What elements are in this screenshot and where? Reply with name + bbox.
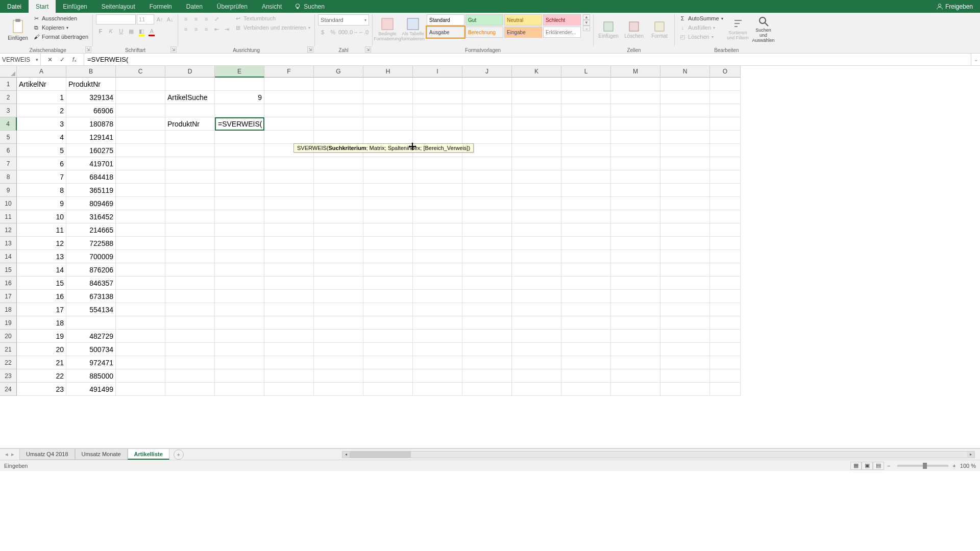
cell[interactable] xyxy=(561,303,611,316)
row-header[interactable]: 1 xyxy=(0,78,17,91)
cell[interactable] xyxy=(611,157,660,170)
cell[interactable] xyxy=(462,104,512,117)
cell[interactable] xyxy=(710,316,741,330)
cell[interactable] xyxy=(512,104,561,117)
cell[interactable] xyxy=(314,223,363,237)
cell[interactable] xyxy=(116,383,165,396)
cell[interactable] xyxy=(264,91,314,104)
cell[interactable] xyxy=(314,316,363,330)
cell[interactable] xyxy=(660,131,710,144)
cell[interactable] xyxy=(413,117,462,131)
cell[interactable] xyxy=(413,356,462,369)
cell[interactable] xyxy=(363,263,413,277)
cell[interactable]: 9 xyxy=(17,197,66,210)
cell[interactable] xyxy=(264,330,314,343)
cell[interactable] xyxy=(264,170,314,184)
cell[interactable] xyxy=(561,131,611,144)
cell-style-option[interactable]: Schlecht xyxy=(543,14,581,26)
cell[interactable] xyxy=(264,277,314,290)
cell[interactable] xyxy=(264,250,314,263)
cell[interactable] xyxy=(611,78,660,91)
cell[interactable] xyxy=(561,330,611,343)
font-size-input[interactable] xyxy=(137,14,154,24)
column-header[interactable]: H xyxy=(363,66,413,78)
cell[interactable] xyxy=(611,356,660,369)
column-header[interactable]: C xyxy=(116,66,165,78)
cell-style-option[interactable]: Eingabe xyxy=(504,27,542,38)
cell[interactable] xyxy=(512,316,561,330)
cell[interactable]: 12 xyxy=(17,237,66,250)
cell[interactable] xyxy=(660,91,710,104)
cell[interactable] xyxy=(116,104,165,117)
cell[interactable] xyxy=(413,78,462,91)
cell[interactable] xyxy=(116,290,165,303)
cell[interactable]: 9 xyxy=(215,91,264,104)
column-header[interactable]: E xyxy=(215,66,264,78)
worksheet[interactable]: ABCDEFGHIJKLMNO1ArtikelNrProduktNr213291… xyxy=(0,66,980,448)
row-header[interactable]: 5 xyxy=(0,131,17,144)
cell[interactable] xyxy=(215,250,264,263)
cell[interactable] xyxy=(363,237,413,250)
cell[interactable] xyxy=(462,237,512,250)
cell[interactable]: ArtikelNr xyxy=(17,78,66,91)
cell[interactable] xyxy=(165,330,215,343)
cell[interactable] xyxy=(215,170,264,184)
column-header[interactable]: D xyxy=(165,66,215,78)
font-color-button[interactable]: A xyxy=(147,27,156,36)
cell[interactable] xyxy=(314,131,363,144)
cell[interactable]: 20 xyxy=(17,343,66,356)
cell[interactable] xyxy=(165,316,215,330)
add-sheet-button[interactable]: + xyxy=(174,449,184,460)
cell[interactable] xyxy=(462,197,512,210)
cell[interactable] xyxy=(413,184,462,197)
cell[interactable] xyxy=(116,263,165,277)
cell[interactable]: 329134 xyxy=(66,91,116,104)
align-top-button[interactable]: ≡ xyxy=(181,14,190,23)
cell[interactable] xyxy=(710,356,741,369)
cell[interactable] xyxy=(314,250,363,263)
cell[interactable] xyxy=(116,91,165,104)
cell[interactable] xyxy=(363,78,413,91)
cell[interactable] xyxy=(363,223,413,237)
cell[interactable]: 19 xyxy=(17,330,66,343)
cell[interactable] xyxy=(710,263,741,277)
cell[interactable]: 500734 xyxy=(66,343,116,356)
cell[interactable] xyxy=(660,369,710,383)
decrease-indent-button[interactable]: ⇤ xyxy=(212,24,221,34)
cell[interactable] xyxy=(660,170,710,184)
tab-view[interactable]: Ansicht xyxy=(255,0,289,13)
cell[interactable]: 491499 xyxy=(66,383,116,396)
cell[interactable] xyxy=(264,303,314,316)
row-header[interactable]: 3 xyxy=(0,104,17,117)
cell[interactable]: 876206 xyxy=(66,263,116,277)
cell[interactable] xyxy=(165,369,215,383)
cell[interactable] xyxy=(710,131,741,144)
cell[interactable]: 316452 xyxy=(66,210,116,223)
cell[interactable] xyxy=(363,369,413,383)
cell[interactable] xyxy=(264,78,314,91)
cell[interactable] xyxy=(413,250,462,263)
cell[interactable] xyxy=(165,170,215,184)
cell[interactable] xyxy=(561,277,611,290)
cell[interactable] xyxy=(314,330,363,343)
cell[interactable] xyxy=(215,330,264,343)
cell[interactable]: 809469 xyxy=(66,197,116,210)
cell[interactable] xyxy=(462,263,512,277)
cell[interactable] xyxy=(215,104,264,117)
cell[interactable] xyxy=(512,197,561,210)
clear-button[interactable]: ◰Löschen ▾ xyxy=(678,33,724,41)
cell[interactable] xyxy=(413,343,462,356)
cell[interactable] xyxy=(413,383,462,396)
column-header[interactable]: I xyxy=(413,66,462,78)
cell[interactable] xyxy=(611,223,660,237)
cell[interactable] xyxy=(165,184,215,197)
cell[interactable] xyxy=(660,210,710,223)
cell[interactable] xyxy=(215,316,264,330)
insert-cells-button[interactable]: Einfügen xyxy=(597,14,620,45)
cell[interactable] xyxy=(512,263,561,277)
find-select-button[interactable]: Suchen und Auswählen xyxy=(752,14,775,45)
align-left-button[interactable]: ≡ xyxy=(181,24,190,34)
percent-button[interactable]: % xyxy=(328,28,337,37)
cell[interactable]: ProduktNr xyxy=(165,117,215,131)
cell-style-option[interactable]: Berechnung xyxy=(465,27,503,38)
